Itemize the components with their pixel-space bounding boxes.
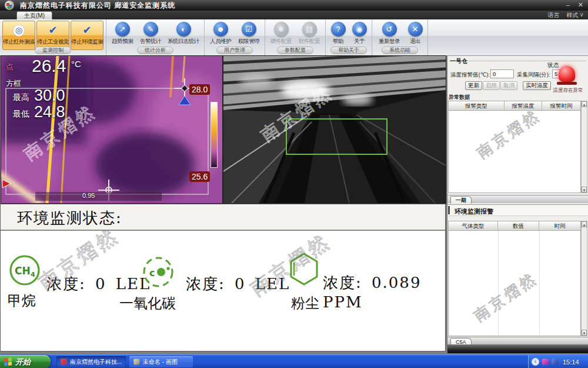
temperature-unit: °C	[71, 59, 81, 69]
env-alarm-table: 气体类型 数值 时间 南京熠然	[448, 221, 581, 336]
exit-icon: ✕	[408, 22, 423, 37]
group-label-user-management: 用户管理	[216, 47, 253, 54]
phase-tabstrip: 一期	[447, 195, 588, 203]
scale-max-value: 28.0	[189, 84, 210, 95]
ribbon-group-system-functions: ↺ 重新登录 ✕ 退出 系统功能	[372, 19, 428, 55]
close-button[interactable]: ✕	[578, 1, 583, 8]
box-label: 方框	[6, 78, 21, 89]
station-group-title: 一号仓	[450, 57, 467, 65]
cctv-camera-view: 南京熠然	[223, 56, 446, 203]
bottom-tabstrip: C5A	[447, 337, 588, 344]
trend-forecast-button[interactable]: ↗ 趋势预测	[109, 21, 136, 45]
personnel-maintenance-button[interactable]: ☻ 人员维护	[207, 21, 234, 45]
tray-icon-2[interactable]	[552, 359, 558, 365]
app-window: 南京熠然电子科技有限公司 廊道安全监测系统 – ✕ 主页(M) 语言 样式 ˅ …	[0, 0, 588, 368]
task-monitor-app[interactable]: 南京熠然电子科技...	[56, 356, 126, 367]
spot-label: 点	[6, 62, 14, 72]
env-col-gas: 气体类型	[449, 221, 498, 230]
menu-language[interactable]: 语言	[547, 11, 559, 19]
group-divider	[469, 61, 586, 61]
group-label-system-functions: 系统功能	[382, 47, 418, 54]
gas-name-dust: 粉尘	[291, 294, 319, 313]
panel-bottom-strip	[447, 344, 588, 353]
scroll-up-icon[interactable]: ▲	[582, 221, 587, 227]
title-bar: 南京熠然电子科技有限公司 廊道安全监测系统 – ✕	[0, 0, 588, 11]
checkmark-icon: ✔	[48, 23, 57, 38]
scroll-down-icon[interactable]: ▼	[582, 330, 587, 336]
scroll-up-icon[interactable]: ▲	[582, 101, 587, 107]
interval-label: 采集间隔(分):	[517, 71, 550, 79]
dust-icon	[288, 251, 320, 288]
group-label-statistics: 统计分析	[137, 47, 173, 54]
stop-industrial-vision-button[interactable]: ✔ 停止工业视觉	[36, 21, 69, 50]
software-config-button: ▤ 软件配置	[296, 21, 323, 45]
alarm-table-scrollbar[interactable]: ▲ ▼	[581, 101, 587, 193]
alarm-col-temp: 报警温度	[505, 101, 542, 110]
gas-reading-dust: 浓度: 0.089 PPM	[323, 273, 445, 311]
ribbon-group-monitor-control: ◎ 停止红外测温 ✔ 停止工业视觉 ✔ 停止环境监测 监测控制	[0, 19, 106, 55]
temp-alarm-label: 温度报警值(℃):	[450, 71, 490, 79]
task-paint[interactable]: 未命名 - 画图	[129, 356, 193, 367]
gas-reading-methane: 浓度: 0 LEL	[46, 274, 151, 294]
help-button[interactable]: ? 帮助	[328, 21, 348, 45]
gas-reading-co: 浓度: 0 LEL	[186, 274, 290, 294]
alarm-table: 报警类型 报警温度 报警时间 南京熠然	[448, 101, 581, 193]
exit-button[interactable]: ✕ 退出	[405, 21, 425, 45]
minimize-button[interactable]: –	[566, 1, 570, 8]
app-task-icon	[61, 359, 67, 365]
relogin-button[interactable]: ↺ 重新登录	[375, 21, 404, 45]
update-button[interactable]: 更新	[465, 81, 482, 90]
system-log-statistics-button[interactable]: ◐ 系统日志统计	[165, 21, 202, 45]
group-label-monitor-control: 监测控制	[35, 47, 71, 54]
stop-env-monitor-button[interactable]: ✔ 停止环境监测	[71, 21, 103, 50]
env-alarm-header: 环境监测报警	[447, 204, 588, 216]
env-alarm-title: 环境监测报警	[455, 207, 493, 216]
svg-text:c: c	[149, 267, 155, 279]
app-logo-icon	[5, 1, 14, 10]
infrared-icon: ◎	[13, 25, 25, 37]
permission-management-button[interactable]: ☑ 权限管理	[235, 21, 262, 45]
alarm-col-type: 报警类型	[449, 101, 505, 110]
window-title: 南京熠然电子科技有限公司 廊道安全监测系统	[20, 1, 175, 11]
tab-phase-1[interactable]: 一期	[450, 196, 472, 204]
menu-style[interactable]: 样式 ˅	[566, 11, 583, 19]
station-panel: 一号仓 状态 温度报警值(℃): 采集间隔(分): 更新 启用 取消 实时温度 …	[447, 56, 588, 353]
tab-home[interactable]: 主页(M)	[16, 11, 52, 19]
tray-icon-1[interactable]	[542, 359, 549, 365]
group-label-help-about: 帮助关于	[330, 47, 367, 54]
taskbar: 开始 南京熠然电子科技... 未命名 - 画图 ‹ 15:14	[0, 354, 588, 368]
personnel-icon: ☻	[213, 22, 228, 37]
env-col-value: 数值	[498, 221, 539, 230]
scroll-down-icon[interactable]: ▼	[582, 187, 587, 193]
svg-text:4: 4	[31, 271, 35, 279]
cancel-button: 取消	[500, 81, 517, 90]
watermark: 南京熠然	[470, 268, 542, 327]
ribbon-group-statistics: ↗ 趋势预测 ✎ 告警统计 ◐ 系统日志统计 统计分析	[106, 19, 205, 55]
methane-icon: CH 4	[9, 254, 41, 287]
cctv-image	[223, 56, 446, 203]
temperature-scale-bar	[211, 102, 218, 168]
max-temperature-value: 30.0	[34, 87, 65, 105]
tray-chevron-icon[interactable]: ‹	[532, 358, 539, 366]
svg-text:CH: CH	[15, 265, 31, 277]
relogin-icon: ↺	[382, 22, 397, 37]
ribbon-group-user-management: ☻ 人员维护 ☑ 权限管理 用户管理	[205, 19, 265, 55]
temp-alarm-input[interactable]	[490, 69, 514, 78]
start-button[interactable]: 开始	[0, 355, 51, 368]
min-label: 最低	[13, 109, 29, 120]
start-label: 开始	[15, 357, 31, 367]
gas-name-methane: 甲烷	[8, 291, 36, 310]
system-log-icon: ◐	[176, 22, 191, 37]
ribbon-group-help-about: ? 帮助 ◉ 关于 帮助关于	[326, 19, 372, 55]
carbon-monoxide-icon: c	[142, 255, 175, 289]
stop-infrared-button[interactable]: ◎ 停止红外测温	[2, 21, 35, 50]
alarm-statistics-button[interactable]: ✎ 告警统计	[137, 21, 164, 45]
software-config-icon: ▤	[302, 22, 317, 37]
watermark: 南京熠然	[473, 111, 544, 163]
env-table-scrollbar[interactable]: ▲ ▼	[581, 221, 587, 336]
emissivity-value: 0.95	[82, 192, 95, 199]
menu-bar: 主页(M) 语言 样式 ˅	[0, 11, 588, 19]
about-button[interactable]: ◉ 关于	[349, 21, 369, 45]
paint-task-icon	[133, 359, 140, 365]
scale-min-value: 25.6	[189, 171, 210, 182]
